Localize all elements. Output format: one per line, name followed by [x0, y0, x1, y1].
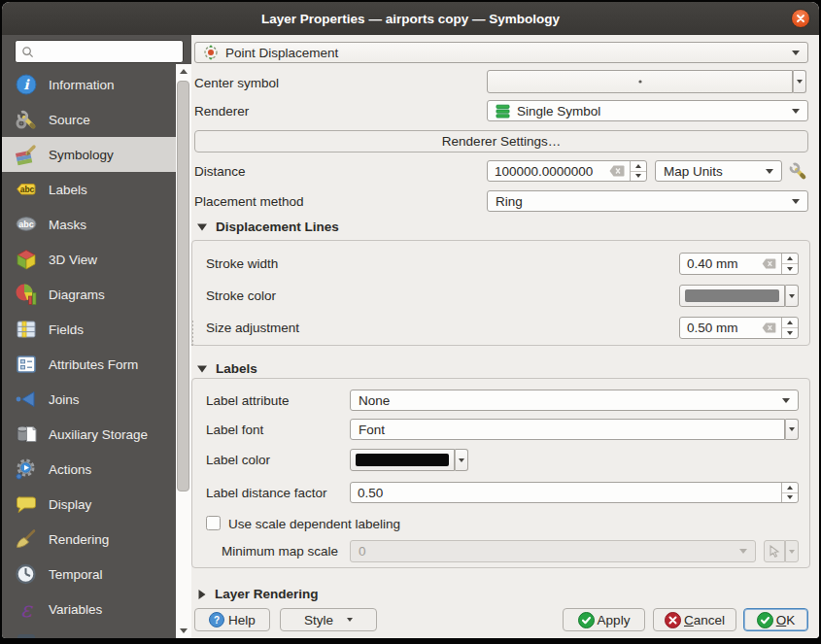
search-icon — [21, 46, 34, 58]
sidebar-item-symbology[interactable]: Symbology — [2, 137, 176, 172]
chevron-down-icon — [789, 550, 795, 554]
scroll-down-icon[interactable] — [180, 628, 188, 633]
renderer-label: Renderer — [194, 100, 249, 121]
sidebar-item-label: Information — [49, 78, 115, 92]
label-attribute-value: None — [359, 393, 390, 408]
size-adjustment-spinbox[interactable]: 0.50 mm — [679, 317, 799, 339]
layer-rendering-title: Layer Rendering — [215, 587, 319, 601]
fields-icon — [15, 318, 38, 341]
symbology-panel: Point Displacement Center symbol Rendere… — [191, 35, 819, 638]
label-distance-factor-spinbox[interactable]: 0.50 — [350, 482, 799, 503]
renderer-combo[interactable]: Single Symbol — [487, 100, 808, 121]
scroll-thumb[interactable] — [177, 81, 189, 491]
spin-up-icon[interactable] — [782, 254, 798, 264]
distance-label: Distance — [194, 160, 246, 182]
center-symbol-button[interactable] — [487, 70, 793, 93]
spin-down-icon[interactable] — [782, 493, 798, 503]
sidebar-scrollbar[interactable] — [176, 64, 191, 638]
displacement-lines-header[interactable]: Displacement Lines — [197, 220, 339, 234]
partial-item-icon — [15, 632, 38, 638]
label-color-button[interactable] — [350, 449, 455, 471]
renderer-settings-button[interactable]: Renderer Settings… — [194, 130, 808, 153]
sidebar-item-labels[interactable]: abcLabels — [2, 172, 176, 207]
sidebar-menu: iInformationSourceSymbologyabcLabelsabcM… — [2, 67, 176, 638]
ok-button[interactable]: OK — [743, 608, 808, 631]
sidebar-item-3d-view[interactable]: 3D View — [2, 242, 176, 277]
sidebar-item-diagrams[interactable]: Diagrams — [2, 277, 176, 312]
sidebar-item-source[interactable]: Source — [2, 102, 176, 137]
cancel-label: Cancel — [684, 613, 725, 627]
close-button[interactable] — [791, 9, 810, 28]
renderer-settings-label: Renderer Settings… — [442, 134, 561, 149]
distance-spinbox[interactable]: 100000.0000000 — [487, 160, 647, 182]
sidebar-item-display[interactable]: Display — [2, 487, 176, 522]
ok-label: OK — [776, 613, 796, 627]
chevron-down-icon — [797, 80, 803, 84]
sidebar-item-label: Attributes Form — [49, 357, 138, 372]
clear-icon[interactable] — [609, 161, 625, 181]
placement-method-combo[interactable]: Ring — [487, 190, 808, 212]
layer-properties-dialog: Layer Properties — airports copy — Symbo… — [2, 2, 819, 638]
clear-icon[interactable] — [762, 254, 776, 274]
stroke-color-dropdown[interactable] — [785, 285, 799, 307]
scale-dependent-checkbox[interactable] — [206, 516, 221, 530]
symbology-icon — [15, 143, 38, 166]
sidebar-item-variables[interactable]: εVariables — [2, 592, 176, 627]
sidebar-item-attributes-form[interactable]: Attributes Form — [2, 347, 176, 382]
svg-text:ε: ε — [20, 597, 33, 621]
label-attribute-combo[interactable]: None — [350, 390, 799, 411]
sidebar-item-auxiliary-storage[interactable]: Auxiliary Storage — [2, 417, 176, 452]
actions-icon — [15, 458, 38, 481]
distance-units-combo[interactable]: Map Units — [655, 160, 782, 182]
label-color-dropdown[interactable] — [455, 449, 468, 471]
titlebar[interactable]: Layer Properties — airports copy — Symbo… — [2, 2, 819, 35]
renderer-value: Single Symbol — [517, 104, 600, 119]
svg-text:abc: abc — [20, 185, 35, 194]
chevron-down-icon — [792, 51, 800, 55]
attributes-form-icon — [15, 353, 38, 376]
scroll-up-icon[interactable] — [180, 69, 188, 74]
center-symbol-dropdown[interactable] — [793, 70, 806, 93]
layer-rendering-header[interactable]: Layer Rendering — [197, 587, 319, 601]
sidebar-item-masks[interactable]: abcMasks — [2, 207, 176, 242]
svg-text:?: ? — [214, 615, 220, 626]
size-adjustment-value[interactable]: 0.50 mm — [680, 318, 762, 338]
spin-up-icon[interactable] — [782, 483, 798, 493]
chevron-down-icon — [792, 109, 800, 114]
data-defined-override-button[interactable] — [786, 160, 808, 182]
label-distance-factor-value[interactable]: 0.50 — [351, 483, 781, 502]
sidebar-item-information[interactable]: iInformation — [2, 67, 176, 102]
sidebar-item-actions[interactable]: Actions — [2, 452, 176, 487]
sidebar-item-rendering[interactable]: Rendering — [2, 522, 176, 557]
spin-down-icon[interactable] — [631, 172, 646, 182]
renderer-type-combo[interactable]: Point Displacement — [194, 42, 808, 63]
clear-icon[interactable] — [762, 318, 776, 338]
sidebar-item-temporal[interactable]: Temporal — [2, 557, 176, 592]
point-displacement-icon — [203, 45, 219, 60]
sidebar-item-label: Display — [49, 497, 91, 512]
label-font-dropdown[interactable] — [785, 419, 799, 440]
cancel-button[interactable]: Cancel — [653, 608, 736, 631]
labels-header[interactable]: Labels — [197, 361, 257, 376]
sidebar-item-partial[interactable] — [2, 627, 176, 638]
apply-button[interactable]: Apply — [563, 608, 645, 631]
apply-label: Apply — [598, 613, 631, 627]
sidebar-item-joins[interactable]: Joins — [2, 382, 176, 417]
spin-down-icon[interactable] — [782, 328, 798, 338]
scale-dependent-label: Use scale dependent labeling — [228, 513, 400, 534]
stroke-color-button[interactable] — [679, 285, 785, 307]
style-button[interactable]: Style — [280, 608, 377, 631]
distance-units-value: Map Units — [664, 164, 723, 179]
sidebar-item-fields[interactable]: Fields — [2, 312, 176, 347]
spin-up-icon[interactable] — [782, 318, 798, 328]
help-button[interactable]: ? Help — [194, 608, 270, 631]
spin-down-icon[interactable] — [782, 264, 798, 274]
stroke-width-spinbox[interactable]: 0.40 mm — [679, 253, 799, 275]
set-to-canvas-scale-button — [764, 540, 785, 562]
label-font-combo[interactable]: Font — [350, 419, 785, 440]
spin-up-icon[interactable] — [631, 161, 646, 172]
stroke-width-value[interactable]: 0.40 mm — [680, 254, 762, 274]
search-input[interactable] — [15, 40, 184, 63]
size-adjustment-label: Size adjustment — [206, 317, 299, 339]
distance-value[interactable]: 100000.0000000 — [488, 161, 609, 181]
